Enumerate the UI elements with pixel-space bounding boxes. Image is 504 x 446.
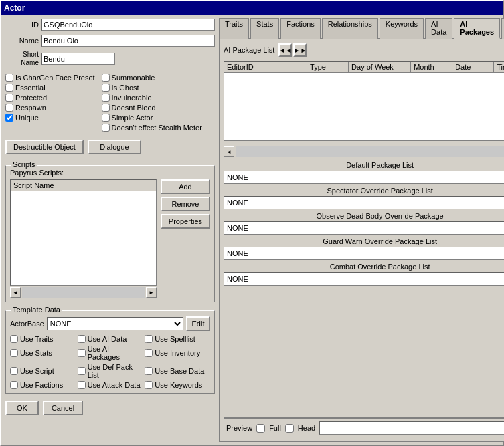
t-base-data-input[interactable] [145, 367, 153, 375]
spectator-package-select[interactable]: NONE [224, 196, 504, 209]
t-base-data: Use Base Data [145, 363, 210, 379]
tabs-bar: Traits Stats Factions Relationships Keyw… [219, 17, 504, 39]
actor-base-select[interactable]: NONE [47, 317, 183, 330]
destructible-object-button[interactable]: Destructible Object [5, 140, 84, 154]
cancel-button[interactable]: Cancel [43, 401, 83, 415]
hscroll-track[interactable] [22, 287, 145, 298]
scripts-list-content [11, 191, 156, 285]
cb-simple-actor-input[interactable] [102, 114, 110, 122]
combat-package-label: Combat Override Package List [224, 263, 504, 271]
guard-warn-package-select[interactable]: NONE [224, 247, 504, 260]
id-label: ID [5, 21, 39, 29]
combat-package-row: Combat Override Package List NONE [224, 263, 504, 286]
default-package-select[interactable]: NONE [224, 171, 504, 184]
combat-package-select[interactable]: NONE [224, 272, 504, 286]
cb-summonable-input[interactable] [102, 74, 110, 82]
cb-ghost-label: Is Ghost [112, 84, 139, 92]
t-inventory: Use Inventory [145, 345, 210, 361]
package-lists: Default Package List NONE Spectator Over… [224, 161, 504, 286]
t-keywords-label: Use Keywords [155, 381, 202, 389]
id-input[interactable] [41, 19, 215, 31]
t-traits-input[interactable] [10, 335, 18, 343]
preview-head-checkbox[interactable] [285, 424, 294, 433]
cb-ghost-input[interactable] [102, 84, 110, 92]
nav-next-button[interactable]: ►► [293, 43, 307, 57]
cb-chargen-input[interactable] [5, 74, 13, 82]
ai-packages-tab-content: AI Package List ◄◄ ►► EditorID Type Day … [219, 39, 504, 442]
short-name-row: Short Name [5, 51, 215, 67]
bottom-buttons: OK Cancel [5, 401, 215, 415]
left-panel: ID Name Short Name Is CharGen Face Prese… [1, 15, 219, 445]
cb-summonable: Summonable [102, 74, 202, 82]
cb-unique-input[interactable] [5, 114, 13, 122]
cb-simple-actor-label: Simple Actor [112, 114, 153, 122]
actor-base-label: ActorBase [10, 320, 44, 328]
t-stats-input[interactable] [10, 349, 18, 357]
t-spelllist-input[interactable] [145, 335, 153, 343]
cb-protected-input[interactable] [5, 94, 13, 102]
t-keywords-input[interactable] [145, 381, 153, 389]
t-ai-packages-input[interactable] [78, 349, 86, 357]
observe-package-select[interactable]: NONE [224, 221, 504, 235]
cb-no-stealth: Doesn't effect Stealth Meter [102, 124, 202, 132]
t-attack-data-label: Use Attack Data [88, 381, 141, 389]
guard-warn-package-row: Guard Warn Override Package List NONE [224, 237, 504, 260]
add-script-button[interactable]: Add [161, 179, 210, 194]
t-attack-data-input[interactable] [78, 381, 86, 389]
t-ai-data-input[interactable] [78, 335, 86, 343]
edit-actor-base-button[interactable]: Edit [186, 316, 210, 331]
hscroll-left-btn[interactable]: ◄ [10, 287, 21, 298]
tab-invent[interactable]: Invent... [501, 18, 504, 39]
short-name-input[interactable] [41, 53, 115, 65]
table-hscroll-track[interactable] [236, 146, 504, 157]
cb-essential-input[interactable] [5, 84, 13, 92]
col-type: Type [307, 62, 349, 72]
cb-unique: Unique [5, 114, 95, 122]
t-spelllist: Use Spelllist [145, 335, 210, 343]
t-script-input[interactable] [10, 367, 18, 375]
cb-invulnerable-input[interactable] [102, 94, 110, 102]
package-table: EditorID Type Day of Week Month Date Tim… [224, 61, 504, 141]
scripts-list[interactable]: Script Name [10, 179, 157, 286]
spectator-package-row: Spectator Override Package List NONE [224, 187, 504, 209]
properties-script-button[interactable]: Properties [161, 214, 210, 229]
t-ai-packages-label: Use AI Packages [88, 345, 143, 361]
name-input[interactable] [41, 35, 215, 47]
nav-prev-button[interactable]: ◄◄ [278, 43, 292, 57]
cb-doesnt-bleed-input[interactable] [102, 104, 110, 112]
tab-ai-packages[interactable]: AI Packages [454, 18, 500, 39]
t-script-label: Use Script [20, 367, 54, 375]
t-base-data-label: Use Base Data [155, 367, 204, 375]
tab-keywords[interactable]: Keywords [380, 18, 424, 39]
scripts-group: Scripts Papyrus Scripts: Script Name ◄ ► [5, 165, 215, 302]
preview-bar: Preview Full Head [224, 418, 504, 437]
actor-window: Actor ID Name Short Name [0, 0, 504, 446]
remove-script-button[interactable]: Remove [161, 197, 210, 211]
spectator-package-label: Spectator Override Package List [224, 187, 504, 195]
t-factions-input[interactable] [10, 381, 18, 389]
t-def-pack-input[interactable] [78, 367, 86, 375]
t-stats-label: Use Stats [20, 349, 52, 357]
ok-button[interactable]: OK [5, 401, 39, 415]
cb-doesnt-bleed: Doesnt Bleed [102, 104, 202, 112]
table-hscroll-left[interactable]: ◄ [224, 146, 234, 157]
tab-stats[interactable]: Stats [250, 18, 279, 39]
dialogue-button[interactable]: Dialogue [88, 140, 141, 154]
col-date: Date [452, 62, 494, 72]
tab-ai-data[interactable]: AI Data [425, 18, 452, 39]
t-ai-data: Use AI Data [78, 335, 143, 343]
col-day-of-week: Day of Week [349, 62, 411, 72]
cb-respawn-input[interactable] [5, 104, 13, 112]
t-inventory-input[interactable] [145, 349, 153, 357]
hscroll-right-btn[interactable]: ► [146, 287, 157, 298]
cb-no-stealth-input[interactable] [102, 124, 110, 132]
tab-traits[interactable]: Traits [219, 18, 249, 39]
cb-doesnt-bleed-label: Doesnt Bleed [112, 104, 156, 112]
t-attack-data: Use Attack Data [78, 381, 143, 389]
tab-factions[interactable]: Factions [280, 18, 321, 39]
t-spelllist-label: Use Spelllist [155, 335, 195, 343]
script-col-header: Script Name [11, 180, 156, 191]
tab-relationships[interactable]: Relationships [322, 18, 378, 39]
cb-chargen: Is CharGen Face Preset [5, 74, 95, 82]
preview-full-checkbox[interactable] [256, 424, 265, 433]
